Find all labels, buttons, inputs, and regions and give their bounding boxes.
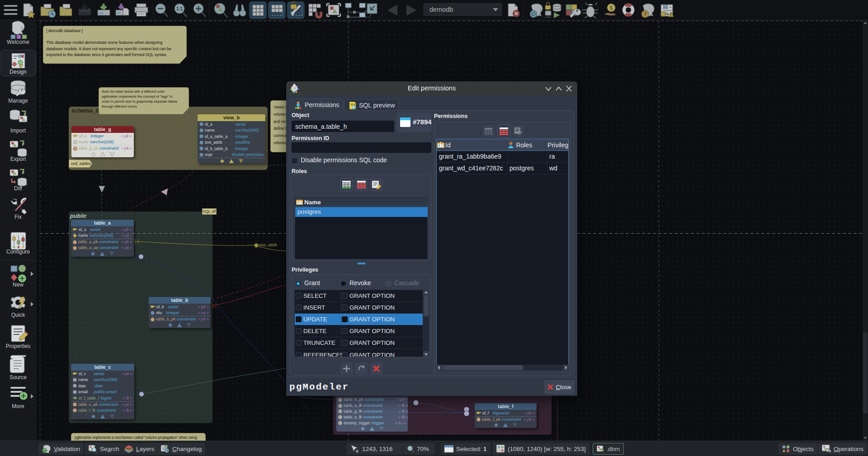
svg-text:1:1: 1:1 <box>176 6 183 11</box>
svg-text:Import: Import <box>10 127 26 134</box>
svg-text:More: More <box>12 403 24 409</box>
svg-text:?: ? <box>644 11 647 17</box>
svg-text:Export: Export <box>10 156 26 162</box>
svg-text:Fix: Fix <box>14 214 22 220</box>
svg-text:Quick: Quick <box>11 312 26 318</box>
svg-text:New: New <box>13 282 24 288</box>
svg-text:demodb: demodb <box>429 6 453 13</box>
svg-text:Welcome: Welcome <box>7 39 29 45</box>
svg-text:Manage: Manage <box>8 98 28 104</box>
svg-text:$: $ <box>610 5 613 11</box>
svg-text:Configure: Configure <box>6 249 30 255</box>
svg-text:Properties: Properties <box>6 343 31 349</box>
svg-text:pgModeler: pgModeler <box>289 382 348 392</box>
svg-text:!: ! <box>670 12 672 17</box>
svg-text:Design: Design <box>9 69 26 75</box>
svg-text:Source: Source <box>9 374 27 381</box>
svg-text:Diff: Diff <box>14 185 22 192</box>
